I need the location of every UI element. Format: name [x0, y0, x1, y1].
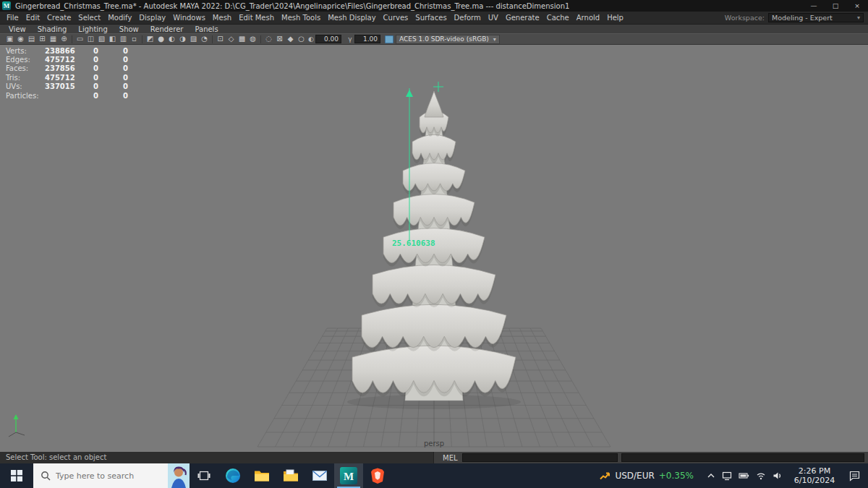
hud-c1: 337015: [45, 82, 69, 90]
menu-mesh-tools[interactable]: Mesh Tools: [278, 12, 324, 24]
field-chart-icon[interactable]: ◧: [107, 34, 118, 44]
taskbar-search[interactable]: [33, 463, 190, 488]
wireframe-on-shaded-icon[interactable]: ⊠: [274, 34, 285, 44]
menu-select[interactable]: Select: [75, 12, 104, 24]
menu-help[interactable]: Help: [603, 12, 627, 24]
display-icon[interactable]: [722, 471, 732, 481]
menu-arnold[interactable]: Arnold: [573, 12, 603, 24]
menu-generate[interactable]: Generate: [502, 12, 543, 24]
isolate-select-icon[interactable]: ◍: [247, 34, 258, 44]
toolbar-separator: [142, 35, 142, 43]
panel-menu-show[interactable]: Show: [114, 25, 145, 34]
motion-blur-icon[interactable]: ⊡: [215, 34, 226, 44]
hud-c2: 0: [69, 92, 98, 100]
film-gate-icon[interactable]: ▭: [75, 34, 85, 44]
screen-space-ao-icon[interactable]: ◔: [199, 34, 210, 44]
file-explorer-button[interactable]: [247, 463, 276, 488]
menu-uv[interactable]: UV: [485, 12, 502, 24]
clock-time: 2:26 PM: [799, 466, 830, 476]
taskbar-spacer: [392, 463, 592, 488]
panel-menu-view[interactable]: View: [3, 25, 32, 34]
panel-menu-panels[interactable]: Panels: [189, 25, 224, 34]
start-button[interactable]: [0, 463, 33, 488]
viewport[interactable]: 25.610638 Verts:23886600Edges:47571200Fa…: [0, 45, 868, 452]
task-view-button[interactable]: [190, 463, 218, 488]
view-transform-dropdown[interactable]: ACES 1.0 SDR-video (sRGB) ▾: [396, 35, 500, 44]
grease-pencil-icon[interactable]: ⊕: [59, 34, 69, 44]
wireframe-mode-icon[interactable]: ◩: [145, 34, 156, 44]
resolution-gate-icon[interactable]: ◫: [85, 34, 96, 44]
edge-browser-icon[interactable]: [218, 463, 247, 488]
color-management-icon[interactable]: [385, 35, 393, 43]
exposure-icon: ◐: [307, 35, 315, 43]
hud-row: Particles:00: [6, 91, 128, 100]
menu-mesh[interactable]: Mesh: [209, 12, 235, 24]
gamma-field[interactable]: [354, 35, 380, 43]
exposure-field[interactable]: [315, 35, 341, 43]
documents-folder-button[interactable]: [276, 463, 305, 488]
search-highlight-avatar[interactable]: [168, 463, 190, 488]
gate-mask-icon[interactable]: ▧: [96, 34, 107, 44]
search-icon: [41, 471, 51, 481]
close-button[interactable]: ×: [846, 0, 868, 12]
safe-title-icon[interactable]: ▫: [129, 34, 140, 44]
menu-curves[interactable]: Curves: [380, 12, 412, 24]
viewport-scene: 25.610638: [0, 45, 868, 452]
menu-file[interactable]: File: [3, 12, 22, 24]
workspace-dropdown[interactable]: Modeling - Expert ▾: [768, 13, 864, 22]
minimize-button[interactable]: —: [803, 0, 825, 12]
menu-mesh-display[interactable]: Mesh Display: [324, 12, 379, 24]
lock-camera-icon[interactable]: ▣: [4, 34, 15, 44]
shaded-mode-icon[interactable]: ●: [156, 34, 166, 44]
depth-of-field-icon[interactable]: ▩: [237, 34, 247, 44]
toolbar-separator: [72, 35, 72, 43]
hud-c1: 475712: [45, 56, 69, 64]
mel-command-input[interactable]: [462, 453, 618, 462]
use-all-lights-icon[interactable]: ◑: [177, 34, 188, 44]
safe-action-icon[interactable]: ▥: [118, 34, 129, 44]
gamma-toggle-icon[interactable]: ○: [296, 34, 307, 44]
task-view-icon: [197, 470, 210, 481]
menu-display[interactable]: Display: [135, 12, 169, 24]
hidden-icons-chevron-icon[interactable]: [707, 472, 715, 479]
menu-edit[interactable]: Edit: [22, 12, 43, 24]
volume-icon[interactable]: [773, 471, 783, 480]
hud-c3: 0: [98, 92, 128, 100]
xray-mode-icon[interactable]: ◌: [263, 34, 274, 44]
maya-taskbar-button[interactable]: M: [334, 463, 363, 488]
axis-indicator: [9, 414, 25, 437]
battery-icon[interactable]: [739, 471, 749, 480]
search-input[interactable]: [56, 471, 168, 481]
exposure-toggle-icon[interactable]: ◆: [285, 34, 296, 44]
panel-toolbar-icons: ▣◉▤⊞▦⊕▭◫▧◧▥▫◩●◐◑▨◔⊡◇▩◍◌⊠◆○: [4, 34, 307, 44]
mail-button[interactable]: [305, 463, 334, 488]
shadows-icon[interactable]: ▨: [188, 34, 199, 44]
bookmarks-icon[interactable]: ▤: [26, 34, 37, 44]
wifi-icon[interactable]: [756, 471, 766, 480]
taskbar-clock[interactable]: 2:26 PM 6/10/2024: [788, 463, 841, 488]
camera-attributes-icon[interactable]: ◉: [15, 34, 26, 44]
news-interests-widget[interactable]: USD/EUR +0.35%: [592, 463, 701, 488]
image-plane-icon[interactable]: ⊞: [37, 34, 48, 44]
menu-create[interactable]: Create: [43, 12, 75, 24]
menu-deform[interactable]: Deform: [451, 12, 485, 24]
panel-menu-renderer[interactable]: Renderer: [145, 25, 190, 34]
menu-cache[interactable]: Cache: [543, 12, 573, 24]
panel-menu-lighting[interactable]: Lighting: [72, 25, 113, 34]
brave-browser-button[interactable]: [363, 463, 392, 488]
textured-mode-icon[interactable]: ◐: [166, 34, 177, 44]
file-explorer-icon: [253, 467, 271, 484]
anti-aliasing-icon[interactable]: ◇: [226, 34, 237, 44]
menu-surfaces[interactable]: Surfaces: [412, 12, 450, 24]
mel-label: MEL: [443, 454, 458, 462]
menu-edit-mesh[interactable]: Edit Mesh: [235, 12, 278, 24]
hud-label: Verts:: [6, 47, 45, 55]
menu-windows[interactable]: Windows: [169, 12, 209, 24]
panel-menu-shading[interactable]: Shading: [32, 25, 73, 34]
menu-modify[interactable]: Modify: [104, 12, 135, 24]
mel-result-field[interactable]: [621, 453, 864, 462]
maximize-button[interactable]: □: [825, 0, 846, 12]
action-center-button[interactable]: [841, 463, 868, 488]
christmas-tree-model[interactable]: [347, 91, 521, 409]
2d-pan-zoom-icon[interactable]: ▦: [48, 34, 59, 44]
